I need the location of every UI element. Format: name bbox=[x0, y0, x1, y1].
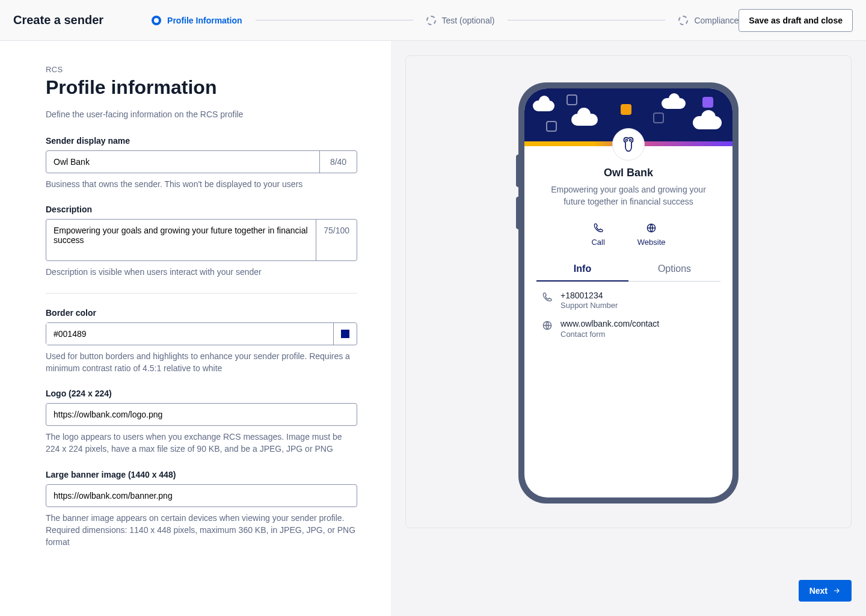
banner-cloud-icon bbox=[662, 98, 686, 109]
phone-frame: Owl Bank Empowering your goals and growi… bbox=[518, 82, 739, 504]
description-label: Description bbox=[46, 205, 357, 214]
preview-card: Owl Bank Empowering your goals and growi… bbox=[405, 55, 852, 528]
preview-banner bbox=[524, 88, 732, 146]
svg-point-0 bbox=[625, 140, 627, 141]
header: Create a sender Profile Information Test… bbox=[0, 0, 866, 41]
tab-info[interactable]: Info bbox=[536, 257, 628, 282]
logo-help: The logo appears to users when you excha… bbox=[46, 431, 357, 455]
eyebrow: RCS bbox=[46, 65, 357, 74]
preview-info-web: www.owlbank.com/contact Contact form bbox=[541, 318, 716, 338]
step-label: Test (optional) bbox=[442, 16, 495, 25]
banner-cloud-icon bbox=[533, 100, 554, 111]
step-profile-information[interactable]: Profile Information bbox=[152, 16, 242, 25]
svg-point-1 bbox=[630, 140, 631, 141]
section-divider bbox=[46, 293, 357, 294]
next-button[interactable]: Next bbox=[799, 580, 852, 602]
phone-icon bbox=[541, 291, 553, 303]
banner-label: Large banner image (1440 x 448) bbox=[46, 470, 357, 479]
banner-cloud-icon bbox=[693, 116, 722, 129]
preview-call-label: Call bbox=[591, 238, 604, 247]
page-title: Profile information bbox=[46, 76, 357, 99]
preview-info-phone: +18001234 Support Number bbox=[541, 290, 716, 310]
next-button-label: Next bbox=[809, 586, 828, 596]
display-name-input[interactable] bbox=[46, 151, 319, 173]
banner-puzzle-icon bbox=[546, 121, 557, 132]
banner-input[interactable] bbox=[46, 484, 357, 507]
step-pending-icon bbox=[426, 16, 436, 25]
step-test[interactable]: Test (optional) bbox=[426, 16, 495, 25]
preview-phone-value: +18001234 bbox=[560, 290, 618, 301]
page-header-title: Create a sender bbox=[13, 13, 103, 27]
banner-puzzle-icon bbox=[702, 97, 713, 108]
step-compliance[interactable]: Compliance bbox=[678, 16, 739, 25]
banner-help: The banner image appears on certain devi… bbox=[46, 512, 357, 549]
globe-icon bbox=[541, 319, 553, 331]
stepper: Profile Information Test (optional) Comp… bbox=[152, 16, 739, 25]
form-panel: RCS Profile information Define the user-… bbox=[0, 41, 391, 616]
globe-icon bbox=[645, 222, 657, 234]
banner-puzzle-icon bbox=[621, 104, 631, 115]
border-color-label: Border color bbox=[46, 308, 357, 318]
phone-screen: Owl Bank Empowering your goals and growi… bbox=[524, 88, 732, 497]
preview-call-action[interactable]: Call bbox=[591, 222, 604, 247]
border-color-help: Used for button borders and highlights t… bbox=[46, 350, 357, 375]
banner-puzzle-icon bbox=[653, 112, 664, 123]
preview-website-action[interactable]: Website bbox=[637, 222, 666, 247]
step-pending-icon bbox=[678, 16, 688, 25]
owl-icon bbox=[619, 135, 637, 153]
banner-cloud-icon bbox=[571, 114, 598, 126]
preview-tabs: Info Options bbox=[536, 257, 720, 282]
tab-options[interactable]: Options bbox=[628, 257, 720, 281]
border-color-input[interactable] bbox=[46, 323, 333, 345]
step-divider bbox=[256, 20, 413, 20]
logo-input[interactable] bbox=[46, 403, 357, 426]
color-swatch-button[interactable] bbox=[333, 323, 357, 345]
display-name-label: Sender display name bbox=[46, 136, 357, 146]
logo-label: Logo (224 x 224) bbox=[46, 389, 357, 398]
preview-web-value: www.owlbank.com/contact bbox=[560, 318, 659, 329]
preview-phone-label: Support Number bbox=[560, 301, 618, 310]
preview-website-label: Website bbox=[637, 238, 666, 247]
description-counter: 75/100 bbox=[316, 220, 357, 260]
banner-puzzle-icon bbox=[567, 94, 577, 105]
step-label: Profile Information bbox=[167, 16, 242, 25]
step-label: Compliance bbox=[694, 16, 739, 25]
step-divider bbox=[508, 20, 665, 20]
step-active-icon bbox=[152, 16, 161, 25]
preview-logo bbox=[612, 128, 645, 161]
phone-icon bbox=[592, 222, 604, 234]
preview-web-label: Contact form bbox=[560, 330, 659, 339]
preview-description: Empowering your goals and growing your f… bbox=[536, 184, 720, 208]
color-swatch-icon bbox=[341, 330, 349, 338]
save-draft-button[interactable]: Save as draft and close bbox=[739, 9, 853, 32]
display-name-help: Business that owns the sender. This won'… bbox=[46, 178, 357, 190]
preview-sender-name: Owl Bank bbox=[536, 167, 720, 179]
description-help: Description is visible when users intera… bbox=[46, 266, 357, 278]
display-name-counter: 8/40 bbox=[319, 151, 357, 173]
description-input[interactable] bbox=[46, 220, 316, 260]
page-subtitle: Define the user-facing information on th… bbox=[46, 109, 357, 119]
arrow-right-icon bbox=[832, 587, 841, 595]
